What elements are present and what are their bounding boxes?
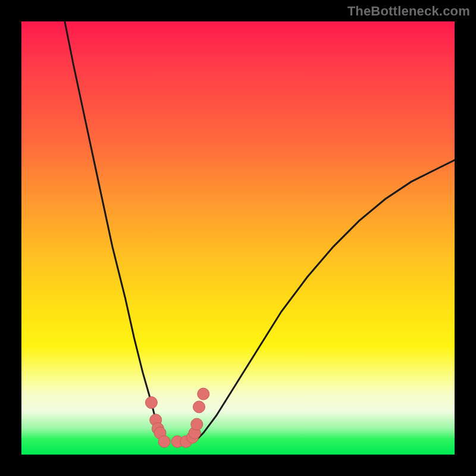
curve-left-branch [65, 21, 169, 441]
curve-right-branch [195, 160, 455, 441]
chart-svg [21, 21, 455, 455]
curve-group [65, 21, 455, 441]
plot-area [21, 21, 455, 455]
watermark-text: TheBottleneck.com [347, 4, 470, 19]
scatter-point [193, 401, 205, 413]
scatter-point [158, 436, 170, 447]
scatter-group [145, 388, 209, 447]
scatter-point [191, 418, 203, 430]
scatter-point [145, 397, 157, 409]
scatter-point [198, 388, 209, 400]
chart-frame: TheBottleneck.com [0, 0, 476, 476]
